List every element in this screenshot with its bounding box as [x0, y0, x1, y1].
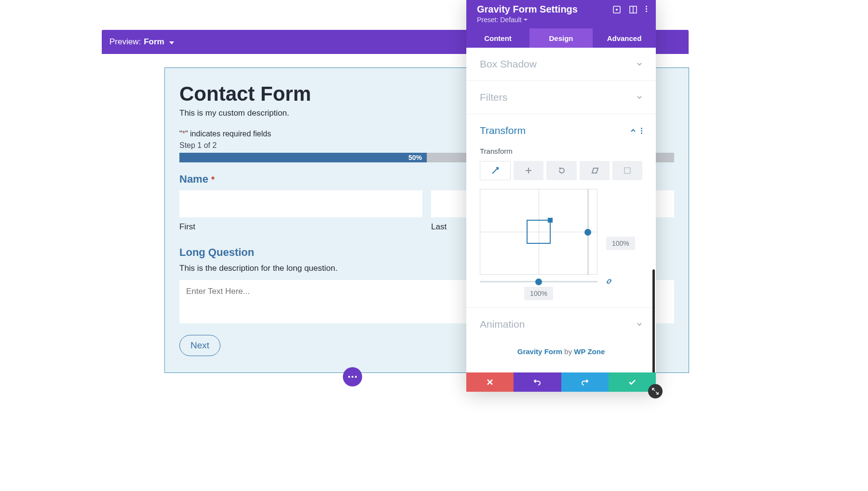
transform-controls: Transform: [466, 147, 656, 307]
transform-label: Transform: [480, 147, 642, 155]
transform-tab-skew[interactable]: [580, 161, 610, 180]
preview-label: Preview:: [109, 37, 141, 47]
expand-panel-button[interactable]: [648, 384, 663, 398]
transform-tab-rotate[interactable]: [546, 161, 576, 180]
tab-design[interactable]: Design: [529, 28, 593, 48]
scrollbar-thumb[interactable]: [652, 269, 655, 372]
section-options-icon[interactable]: [641, 128, 642, 134]
author-link[interactable]: WP Zone: [574, 347, 605, 356]
chevron-down-icon: [637, 321, 642, 327]
transform-tab-scale[interactable]: [480, 161, 511, 180]
settings-panel: Gravity Form Settings Preset: Default Co…: [466, 0, 656, 392]
transform-tabs: [480, 161, 642, 180]
scale-icon: [491, 166, 500, 175]
svg-line-4: [492, 168, 498, 173]
redo-button[interactable]: [561, 372, 609, 392]
undo-button[interactable]: [514, 372, 561, 392]
help-icon[interactable]: [613, 6, 621, 13]
undo-icon: [533, 378, 541, 386]
next-button[interactable]: Next: [179, 335, 220, 356]
slider-thumb[interactable]: [535, 279, 542, 285]
section-filters[interactable]: Filters: [466, 81, 656, 114]
kebab-menu-icon[interactable]: [646, 6, 647, 13]
dot-icon: [352, 376, 353, 378]
builder-fab[interactable]: [343, 367, 362, 386]
transform-tab-translate[interactable]: [514, 161, 543, 180]
svg-point-1: [616, 9, 618, 11]
transform-preview-grid[interactable]: [480, 189, 597, 275]
transform-origin-wrap: 100% 100%: [480, 189, 642, 298]
progress-percent: 50%: [408, 154, 422, 161]
progress-fill: 50%: [179, 153, 427, 162]
first-name-sublabel: First: [179, 222, 422, 232]
preview-form-value: Form: [144, 37, 164, 46]
scale-handle[interactable]: [548, 218, 553, 223]
check-icon: [628, 379, 636, 385]
settings-tabs: Content Design Advanced: [466, 28, 656, 48]
origin-icon: [624, 167, 631, 174]
redo-icon: [581, 378, 589, 386]
panel-footer-credits: Gravity Form by WP Zone: [466, 341, 656, 370]
rotate-icon: [558, 167, 566, 174]
tab-content[interactable]: Content: [466, 28, 529, 48]
panel-title: Gravity Form Settings: [477, 4, 578, 15]
section-animation[interactable]: Animation: [466, 308, 656, 341]
horizontal-percent[interactable]: 100%: [524, 287, 553, 300]
preset-dropdown[interactable]: Preset: Default: [477, 16, 647, 24]
first-name-input[interactable]: [179, 190, 422, 217]
chevron-down-icon: [637, 61, 642, 67]
transform-tab-origin[interactable]: [612, 161, 642, 180]
close-icon: [487, 379, 493, 385]
vertical-slider[interactable]: [583, 189, 592, 275]
chevron-down-icon: [637, 94, 642, 100]
snap-icon[interactable]: [629, 6, 637, 13]
slider-thumb[interactable]: [584, 229, 591, 236]
brand-link[interactable]: Gravity Form: [517, 347, 562, 356]
section-transform[interactable]: Transform: [466, 114, 656, 147]
vertical-percent[interactable]: 100%: [606, 237, 635, 250]
transform-box[interactable]: [527, 220, 551, 244]
caret-down-icon: [524, 19, 528, 21]
panel-action-bar: [466, 372, 656, 392]
caret-down-icon: [169, 41, 174, 44]
horizontal-slider[interactable]: [480, 279, 597, 285]
preview-form-dropdown[interactable]: Form: [144, 37, 174, 47]
panel-header: Gravity Form Settings Preset: Default: [466, 0, 656, 28]
chevron-up-icon: [630, 128, 636, 133]
dot-icon: [355, 376, 357, 378]
expand-icon: [652, 388, 659, 395]
section-box-shadow[interactable]: Box Shadow: [466, 48, 656, 80]
panel-body: Box Shadow Filters Transform Transform: [466, 48, 656, 372]
tab-advanced[interactable]: Advanced: [593, 28, 656, 48]
skew-icon: [590, 167, 599, 174]
discard-button[interactable]: [466, 372, 514, 392]
dot-icon: [348, 376, 350, 378]
svg-rect-7: [624, 168, 630, 173]
plus-icon: [525, 167, 532, 174]
